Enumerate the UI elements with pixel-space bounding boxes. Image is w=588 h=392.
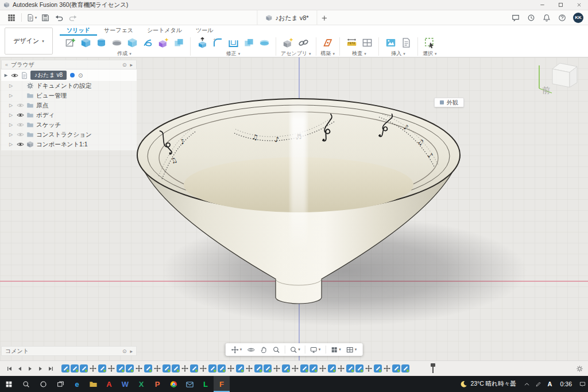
ribbon-group-dropdown[interactable]: 選択 ▾: [423, 50, 437, 57]
action-center-button[interactable]: [577, 376, 588, 392]
timeline-move-feature[interactable]: [135, 364, 143, 372]
start-button[interactable]: [0, 376, 17, 392]
taskbar-app-excel[interactable]: X: [133, 376, 149, 392]
timeline-move-feature[interactable]: [153, 364, 161, 372]
ribbon-group-dropdown[interactable]: アセンブリ ▾: [281, 50, 311, 57]
close-button[interactable]: [570, 0, 588, 10]
timeline-sketch-feature[interactable]: [98, 364, 106, 372]
thicken-button[interactable]: [172, 36, 185, 49]
expand-arrow-icon[interactable]: ▷: [9, 132, 14, 137]
job-status-icon[interactable]: [524, 11, 538, 24]
visibility-eye-icon[interactable]: [17, 142, 24, 147]
taskbar-app-powerpoint[interactable]: P: [149, 376, 165, 392]
insert-mesh-button[interactable]: [399, 36, 413, 49]
expand-arrow-icon[interactable]: ▷: [9, 112, 14, 118]
timeline-sketch-feature[interactable]: [392, 364, 400, 372]
timeline-move-feature[interactable]: [107, 364, 115, 372]
cortana-button[interactable]: [34, 376, 52, 392]
browser-item[interactable]: ▷ 原点: [1, 100, 137, 110]
minimize-button[interactable]: [533, 0, 551, 10]
ribbon-group-dropdown[interactable]: 挿入 ▾: [391, 50, 405, 57]
construction-plane-button[interactable]: [321, 36, 335, 49]
browser-root-label[interactable]: ♪おたま v8: [30, 71, 67, 80]
timeline-move-feature[interactable]: [365, 364, 373, 372]
task-view-button[interactable]: [52, 376, 69, 392]
panel-collapse-icon[interactable]: ▸: [130, 348, 133, 354]
workspace-selector[interactable]: デザイン ▾: [5, 28, 53, 55]
document-tab[interactable]: ♪おたま v8*: [257, 10, 317, 25]
timeline-sketch-feature[interactable]: [172, 364, 180, 372]
insert-canvas-button[interactable]: [384, 36, 397, 49]
primitive-button[interactable]: [156, 36, 170, 49]
timeline-sketch-feature[interactable]: [374, 364, 382, 372]
browser-root-item[interactable]: ♪おたま v8 ⊙: [1, 69, 137, 81]
timeline-settings-gear-icon[interactable]: [576, 365, 583, 372]
timeline-sketch-feature[interactable]: [310, 364, 318, 372]
timeline-sketch-feature[interactable]: [144, 364, 152, 372]
collaborator-avatar[interactable]: [69, 72, 76, 79]
viewports-button[interactable]: ▾: [344, 343, 359, 356]
search-button[interactable]: [17, 376, 34, 392]
timeline-move-feature[interactable]: [319, 364, 327, 372]
timeline-move-feature[interactable]: [337, 364, 345, 372]
windows-ink-icon[interactable]: [533, 376, 544, 392]
measure-button[interactable]: [345, 36, 358, 49]
timeline-sketch-feature[interactable]: [190, 364, 198, 372]
ribbon-group-dropdown[interactable]: 修正 ▾: [226, 50, 241, 57]
expand-arrow-icon[interactable]: ▷: [9, 93, 14, 98]
timeline-sketch-feature[interactable]: [208, 364, 216, 372]
timeline-sketch-feature[interactable]: [80, 364, 88, 372]
save-button[interactable]: [38, 11, 52, 24]
revolve-button[interactable]: [94, 36, 108, 49]
timeline-sketch-feature[interactable]: [218, 364, 226, 372]
maximize-button[interactable]: [551, 0, 570, 10]
timeline-step-forward-button[interactable]: [36, 363, 45, 374]
user-avatar[interactable]: KK: [573, 13, 583, 23]
browser-item[interactable]: ▷ ビュー管理: [1, 91, 137, 100]
ribbon-group-dropdown[interactable]: 構築 ▾: [321, 50, 335, 57]
timeline-sketch-feature[interactable]: [401, 364, 409, 372]
tab-シートメタル[interactable]: シートメタル: [140, 25, 189, 36]
new-document-tab-button[interactable]: [318, 10, 331, 25]
taskbar-app-mail[interactable]: [181, 376, 198, 392]
grid-display-button[interactable]: ▾: [328, 343, 343, 356]
timeline-move-feature[interactable]: [273, 364, 281, 372]
orbit-button[interactable]: [245, 343, 257, 356]
timeline-sketch-feature[interactable]: [346, 364, 354, 372]
visibility-eye-icon[interactable]: [11, 73, 18, 78]
timeline-move-feature[interactable]: [245, 364, 253, 372]
timeline-step-back-button[interactable]: [15, 363, 25, 374]
appearance-panel-header[interactable]: 外観: [434, 98, 464, 107]
collapse-chevron-icon[interactable]: «: [5, 62, 8, 68]
comments-panel-header[interactable]: コメント ⊙ ▸: [1, 346, 137, 356]
tab-サーフェス[interactable]: サーフェス: [97, 25, 140, 36]
visibility-eye-icon[interactable]: [17, 112, 24, 118]
zoom-button[interactable]: [270, 343, 282, 356]
timeline-position-marker[interactable]: [432, 364, 434, 373]
browser-item[interactable]: ▷ ドキュメントの設定: [1, 81, 137, 91]
taskbar-app-fusion-360[interactable]: F: [214, 376, 230, 392]
zoom-window-button[interactable]: ▾: [287, 343, 303, 356]
timeline-skip-end-button[interactable]: [46, 363, 56, 374]
comment-icon[interactable]: [509, 11, 523, 24]
expand-arrow-icon[interactable]: ▷: [9, 122, 14, 127]
visibility-eye-icon[interactable]: [17, 132, 24, 137]
taskbar-app-word[interactable]: W: [117, 376, 133, 392]
offset-face-button[interactable]: [257, 36, 271, 49]
sweep-button[interactable]: [110, 36, 123, 49]
file-menu-button[interactable]: ▾: [25, 11, 38, 24]
timeline-sketch-feature[interactable]: [328, 364, 336, 372]
expand-arrow-icon[interactable]: ▷: [9, 83, 14, 88]
timeline-sketch-feature[interactable]: [282, 364, 290, 372]
timeline-sketch-feature[interactable]: [117, 364, 125, 372]
joint-button[interactable]: [297, 36, 311, 49]
panel-collapse-icon[interactable]: ▸: [130, 62, 133, 68]
section-analysis-button[interactable]: [360, 36, 374, 49]
timeline-move-feature[interactable]: [181, 364, 189, 372]
activate-radio-icon[interactable]: ⊙: [78, 72, 83, 79]
visibility-eye-icon[interactable]: [17, 103, 24, 108]
visibility-eye-icon[interactable]: [17, 122, 24, 127]
shell-button[interactable]: [226, 36, 240, 49]
timeline-sketch-feature[interactable]: [61, 364, 69, 372]
expand-arrow-icon[interactable]: ▷: [9, 103, 14, 108]
